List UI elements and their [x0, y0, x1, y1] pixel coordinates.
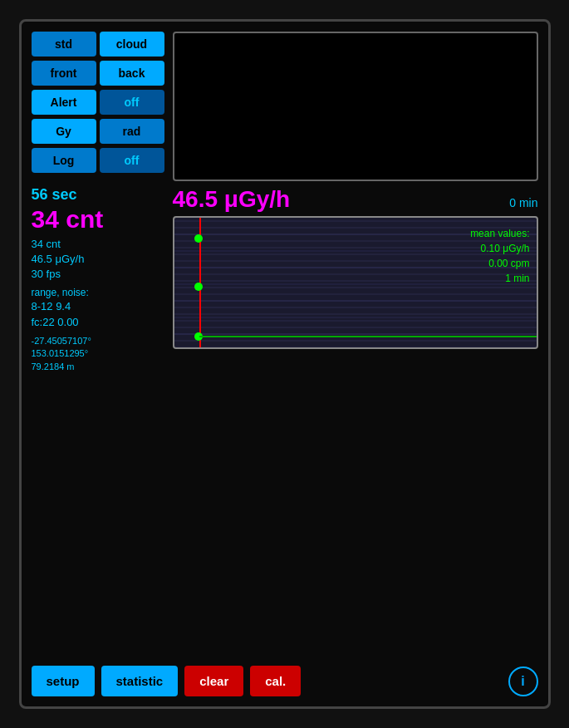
count-display: 34 cnt: [32, 205, 164, 234]
range-label: range, noise:: [32, 286, 164, 300]
unit-row: Gy rad: [32, 119, 164, 144]
alert-button[interactable]: Alert: [32, 90, 96, 115]
clear-button[interactable]: clear: [184, 666, 243, 696]
rad-button[interactable]: rad: [100, 119, 164, 144]
camera-view: [173, 32, 538, 181]
log-button[interactable]: Log: [32, 148, 96, 173]
mean-label: mean values:: [470, 226, 529, 241]
top-section: std cloud front back Alert off Gy rad Lo…: [32, 32, 538, 181]
cloud-button[interactable]: cloud: [100, 32, 164, 57]
chart-dot-top: [194, 234, 203, 243]
dose-time: 0 min: [509, 196, 537, 209]
chart-dot-mid: [194, 283, 203, 291]
time-display: 56 sec: [32, 186, 164, 204]
setup-button[interactable]: setup: [32, 666, 95, 696]
left-stats: 56 sec 34 cnt 34 cnt 46.5 μGy/h 30 fps r…: [32, 186, 164, 373]
coord3: 79.2184 m: [32, 361, 164, 373]
device-frame: std cloud front back Alert off Gy rad Lo…: [19, 19, 551, 709]
log-row: Log off: [32, 148, 164, 173]
chart-inner: mean values: 0.10 μGy/h 0.00 cpm 1 min: [174, 218, 537, 347]
mode-row: std cloud: [32, 32, 164, 57]
log-off-button[interactable]: off: [100, 148, 164, 173]
dose-value: 46.5 μGy/h: [173, 186, 291, 213]
mean-values-text: mean values: 0.10 μGy/h 0.00 cpm 1 min: [470, 226, 529, 286]
fc-values: fc:22 0.00: [32, 315, 164, 330]
coord2: 153.0151295°: [32, 347, 164, 360]
mean-dose: 0.10 μGy/h: [470, 241, 529, 256]
coord1: -27.45057107°: [32, 335, 164, 347]
mid-section: 56 sec 34 cnt 34 cnt 46.5 μGy/h 30 fps r…: [32, 186, 538, 373]
view-row: front back: [32, 61, 164, 86]
chart-container: mean values: 0.10 μGy/h 0.00 cpm 1 min: [173, 216, 538, 349]
dose-detail: 46.5 μGy/h: [32, 252, 164, 267]
info-button[interactable]: i: [508, 667, 538, 696]
bottom-bar: setup statistic clear cal. i: [32, 659, 538, 696]
statistic-button[interactable]: statistic: [101, 666, 179, 696]
std-button[interactable]: std: [32, 32, 96, 57]
alert-off-button[interactable]: off: [100, 90, 164, 115]
chart-baseline: [199, 336, 537, 337]
back-button[interactable]: back: [100, 61, 164, 86]
controls-panel: std cloud front back Alert off Gy rad Lo…: [32, 32, 164, 181]
fps-display: 30 fps: [32, 267, 164, 282]
spacer: [32, 378, 538, 654]
alert-row: Alert off: [32, 90, 164, 115]
dose-header: 46.5 μGy/h 0 min: [173, 186, 538, 213]
gy-button[interactable]: Gy: [32, 119, 96, 144]
mean-time: 1 min: [470, 271, 529, 286]
cal-button[interactable]: cal.: [250, 666, 301, 696]
coordinates: -27.45057107° 153.0151295° 79.2184 m: [32, 335, 164, 373]
range-values: 8-12 9.4: [32, 299, 164, 314]
count-detail: 34 cnt: [32, 237, 164, 252]
right-dose: 46.5 μGy/h 0 min: [173, 186, 538, 349]
front-button[interactable]: front: [32, 61, 96, 86]
mean-cpm: 0.00 cpm: [470, 256, 529, 271]
